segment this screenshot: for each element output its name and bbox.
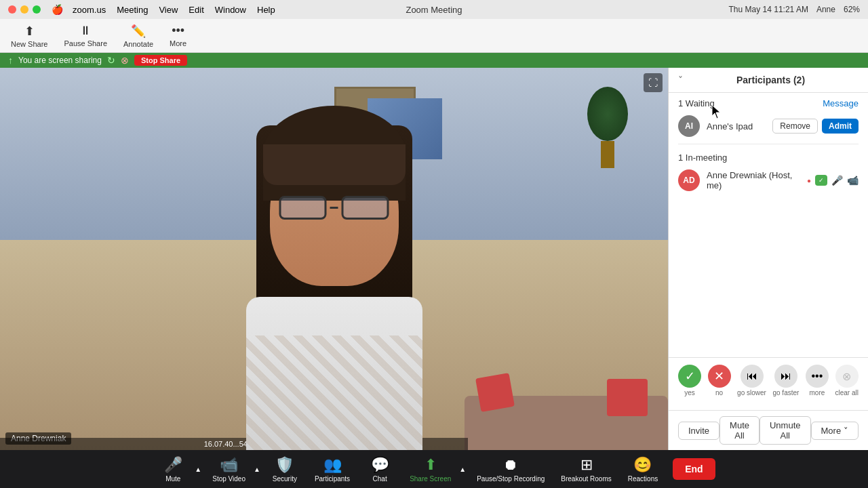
share-message: You are screen sharing bbox=[18, 56, 102, 65]
annotate-label: Annotate bbox=[123, 40, 153, 48]
no-label: no bbox=[715, 389, 723, 396]
unmute-all-button[interactable]: Unmute All bbox=[760, 416, 811, 445]
pause-icon: ⏸ bbox=[79, 24, 92, 38]
pause-share-button[interactable]: ⏸ Pause Share bbox=[64, 24, 107, 47]
panel-footer: Invite Mute All Unmute All More ˅ bbox=[669, 410, 868, 450]
clear-all-button[interactable]: ⊗ clear all bbox=[835, 365, 858, 396]
participants-button[interactable]: 👥 Participants bbox=[308, 453, 357, 485]
share-icon: ⬆ bbox=[24, 24, 35, 39]
mute-group: 🎤 Mute ▲ bbox=[153, 453, 203, 485]
new-share-button[interactable]: ⬆ New Share bbox=[11, 24, 47, 48]
security-label: Security bbox=[273, 475, 297, 483]
battery: 62% bbox=[844, 5, 860, 14]
mute-button[interactable]: 🎤 Mute bbox=[153, 453, 193, 485]
in-meeting-label: 1 In-meeting bbox=[678, 152, 727, 163]
host-participant-icons: ● ✓ 🎤 📹 bbox=[807, 175, 859, 186]
title-bar: 🍎 zoom.us Meeting View Edit Window Help … bbox=[0, 0, 868, 19]
chat-button[interactable]: 💬 Chat bbox=[359, 453, 400, 485]
annotate-icon: ✏️ bbox=[131, 24, 146, 39]
share-screen-label: Share Screen bbox=[410, 475, 451, 483]
share-notification: ↑ You are screen sharing ↻ ⊗ Stop Share bbox=[0, 53, 868, 68]
chat-icon: 💬 bbox=[371, 456, 389, 474]
yes-icon: ✓ bbox=[678, 365, 701, 388]
share-screen-button[interactable]: ⬆ Share Screen bbox=[403, 453, 458, 485]
end-button[interactable]: End bbox=[673, 458, 715, 480]
video-caret-button[interactable]: ▲ bbox=[252, 463, 262, 476]
more-reaction-button[interactable]: ••• more bbox=[806, 365, 829, 396]
admit-button[interactable]: Admit bbox=[822, 119, 859, 134]
waiting-participant-name: Anne's Ipad bbox=[707, 121, 766, 131]
security-button[interactable]: 🛡️ Security bbox=[264, 453, 305, 485]
mic-icon: 🎤 bbox=[164, 456, 182, 474]
waiting-label: 1 Waiting bbox=[678, 98, 715, 108]
video-area: ⛶ Anne Drewniak 16.07.40...543844 bbox=[0, 68, 668, 450]
clear-all-label: clear all bbox=[835, 389, 858, 396]
bottom-toolbar: 🎤 Mute ▲ 📹 Stop Video ▲ 🛡️ Security 👥 Pa… bbox=[0, 450, 868, 488]
mute-caret-button[interactable]: ▲ bbox=[193, 463, 203, 476]
breakout-button[interactable]: ⊞ Breakout Rooms bbox=[554, 453, 618, 485]
reactions-button[interactable]: 😊 Reactions bbox=[621, 453, 665, 485]
more-button[interactable]: ••• More bbox=[170, 24, 186, 47]
mute-all-button[interactable]: Mute All bbox=[719, 416, 760, 445]
green-check-icon: ✓ bbox=[815, 175, 827, 186]
annotate-button[interactable]: ✏️ Annotate bbox=[123, 24, 153, 48]
menu-bar: zoom.us Meeting View Edit Window Help bbox=[73, 5, 275, 15]
person-area bbox=[0, 68, 668, 450]
red-dot-icon: ● bbox=[807, 177, 811, 184]
waiting-participant-actions: Remove Admit bbox=[772, 119, 859, 134]
shield-icon: 🛡️ bbox=[275, 456, 294, 474]
share-caret-button[interactable]: ▲ bbox=[458, 463, 467, 476]
menu-edit[interactable]: Edit bbox=[189, 5, 203, 15]
username: Anne bbox=[816, 5, 835, 14]
yes-reaction-button[interactable]: ✓ yes bbox=[678, 365, 701, 396]
video-background bbox=[0, 68, 668, 450]
reactions-icon: 😊 bbox=[633, 456, 652, 474]
stop-share-button[interactable]: Stop Share bbox=[134, 55, 187, 66]
host-participant-name: Anne Drewniak (Host, me) bbox=[707, 170, 800, 190]
reactions-row: ✓ yes ✕ no ⏮ go slower ⏭ go faster ••• bbox=[678, 365, 859, 396]
message-link[interactable]: Message bbox=[823, 98, 859, 108]
menu-help[interactable]: Help bbox=[257, 5, 275, 15]
mic-icon: 🎤 bbox=[831, 175, 843, 186]
menu-zoomus[interactable]: zoom.us bbox=[73, 5, 106, 15]
breakout-label: Breakout Rooms bbox=[561, 475, 611, 483]
menu-view[interactable]: View bbox=[159, 5, 178, 15]
stop-video-button[interactable]: 📹 Stop Video bbox=[205, 453, 252, 485]
remove-button[interactable]: Remove bbox=[772, 119, 818, 134]
waiting-section-header: 1 Waiting Message bbox=[669, 93, 868, 111]
reactions-area: ✓ yes ✕ no ⏮ go slower ⏭ go faster ••• bbox=[669, 357, 868, 410]
title-bar-right: Thu May 14 11:21 AM Anne 62% bbox=[729, 5, 860, 14]
go-slower-label: go slower bbox=[737, 389, 766, 396]
video-group: 📹 Stop Video ▲ bbox=[205, 453, 262, 485]
menu-window[interactable]: Window bbox=[215, 5, 246, 15]
go-faster-label: go faster bbox=[772, 389, 799, 396]
go-slower-button[interactable]: ⏮ go slower bbox=[737, 365, 766, 396]
participants-list: 1 Waiting Message AI Anne's Ipad Remove … bbox=[669, 93, 868, 357]
panel-header: ˅ Participants (2) bbox=[669, 68, 868, 93]
participants-panel: ˅ Participants (2) 1 Waiting Message AI … bbox=[668, 68, 868, 450]
breakout-icon: ⊞ bbox=[580, 456, 593, 474]
record-icon: ⏺ bbox=[503, 456, 518, 474]
yes-label: yes bbox=[684, 389, 695, 396]
more-label: more bbox=[810, 389, 825, 396]
waiting-participant-item: AI Anne's Ipad Remove Admit bbox=[669, 111, 868, 141]
minimize-button[interactable] bbox=[20, 5, 28, 14]
panel-more-label: More bbox=[821, 426, 842, 436]
record-button[interactable]: ⏺ Pause/Stop Recording bbox=[470, 453, 551, 485]
go-faster-button[interactable]: ⏭ go faster bbox=[772, 365, 799, 396]
reactions-label: Reactions bbox=[628, 475, 658, 483]
refresh-icon: ↻ bbox=[107, 55, 115, 66]
menu-meeting[interactable]: Meeting bbox=[117, 5, 148, 15]
fullscreen-button[interactable]: ⛶ bbox=[644, 73, 663, 92]
panel-more-button[interactable]: More ˅ bbox=[811, 422, 859, 440]
share-arrow-icon: ↑ bbox=[8, 55, 13, 66]
in-meeting-participant-item: AD Anne Drewniak (Host, me) ● ✓ 🎤 📹 bbox=[669, 165, 868, 195]
new-share-label: New Share bbox=[11, 40, 47, 48]
no-reaction-button[interactable]: ✕ no bbox=[708, 365, 731, 396]
panel-collapse-button[interactable]: ˅ bbox=[678, 75, 683, 85]
maximize-button[interactable] bbox=[33, 5, 41, 14]
participants-label: Participants bbox=[315, 475, 350, 483]
close-button[interactable] bbox=[8, 5, 16, 14]
zoom-toolbar: ⬆ New Share ⏸ Pause Share ✏️ Annotate ••… bbox=[0, 19, 868, 53]
invite-button[interactable]: Invite bbox=[678, 422, 719, 440]
